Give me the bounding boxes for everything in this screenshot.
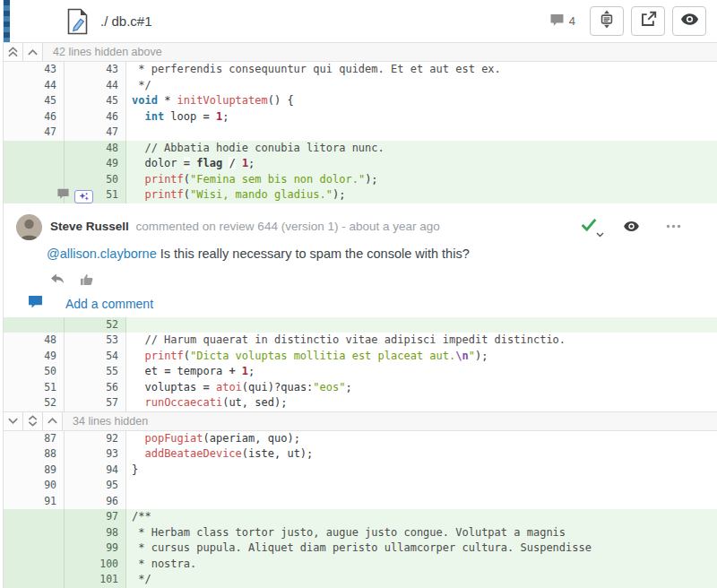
ai-sparkle-badge[interactable] (74, 190, 93, 203)
add-comment-label: Add a comment (65, 297, 153, 311)
left-line-number[interactable]: 44 (4, 78, 65, 94)
left-line-number[interactable] (4, 509, 65, 525)
hidden-lines-bar: 34 lines hidden (4, 411, 717, 431)
code-row: 5055 et = tempora + 1; (4, 364, 717, 380)
hidden-lines-label: 42 lines hidden above (43, 46, 162, 58)
right-line-number[interactable]: 46 (65, 109, 126, 125)
left-line-number[interactable] (4, 572, 65, 588)
more-options-button[interactable] (666, 224, 681, 229)
right-line-number[interactable]: 57 (65, 395, 126, 411)
code-row: 5257 runOccaecati(ut, sed); (4, 395, 717, 411)
toggle-visibility-button[interactable] (672, 6, 706, 36)
left-line-number[interactable]: 87 (4, 431, 65, 447)
right-line-number[interactable]: 98 (65, 525, 126, 541)
code-line: runOccaecati(ut, sed); (126, 395, 717, 411)
right-line-number[interactable]: 45 (65, 93, 126, 109)
hidden-lines-bar: 42 lines hidden above (4, 42, 717, 62)
code-row: 4747 (4, 125, 717, 141)
chevron-down-expand-button[interactable] (4, 412, 23, 430)
code-row: 50 printf("Femina sem bis non dolor."); (4, 172, 717, 188)
right-line-number[interactable]: 100 (65, 557, 126, 573)
right-line-number[interactable]: 99 (65, 540, 126, 557)
left-line-number[interactable]: 88 (4, 446, 65, 463)
avatar[interactable] (16, 214, 42, 240)
chevron-up-expand-button[interactable] (23, 43, 43, 61)
right-line-number[interactable]: 92 (65, 431, 126, 447)
right-line-number[interactable]: 96 (65, 494, 126, 510)
comment-text: Is this really necessary to spam the con… (157, 246, 470, 261)
code-row: 5156 voluptas = atoi(qui)?quas:"eos"; (4, 380, 717, 396)
code-row: 98 * Herbam class tortor justo, augue ju… (4, 525, 717, 541)
comment-visibility-button[interactable] (623, 220, 640, 232)
left-line-number[interactable] (4, 525, 65, 541)
code-line: popFugiat(aperiam, quo); (126, 431, 717, 447)
left-line-number[interactable] (4, 141, 65, 157)
left-line-number[interactable]: 52 (4, 395, 65, 411)
right-line-number[interactable]: 101 (65, 572, 126, 588)
code-row: 101 */ (4, 572, 717, 588)
code-line: * nostra. (126, 557, 717, 573)
add-comment-button[interactable]: Add a comment (27, 297, 704, 312)
right-line-number[interactable]: 95 (65, 478, 126, 494)
right-line-number[interactable]: 93 (65, 446, 126, 463)
reply-button[interactable] (50, 273, 65, 285)
left-line-number[interactable]: 47 (4, 125, 65, 141)
left-line-number[interactable]: 45 (4, 93, 65, 109)
code-row: 4954 printf("Dicta voluptas mollitia est… (4, 349, 717, 365)
chevron-up-expand-button[interactable] (43, 412, 63, 430)
left-line-number[interactable]: 91 (4, 494, 65, 510)
file-comment-count[interactable]: 4 (549, 13, 575, 30)
left-line-number[interactable]: 51 (4, 380, 65, 396)
code-line: */ (126, 572, 717, 588)
expand-collapse-file-button[interactable] (590, 6, 624, 36)
double-chevron-up-expand-button[interactable] (4, 43, 23, 61)
open-in-new-window-button[interactable] (631, 6, 665, 36)
right-line-number[interactable]: 50 (65, 172, 126, 188)
code-line: int loop = 1; (126, 109, 717, 125)
left-line-number[interactable] (4, 540, 65, 557)
left-line-number[interactable] (4, 317, 65, 333)
expand-both-expand-button[interactable] (23, 412, 43, 430)
left-line-number[interactable] (4, 156, 65, 172)
left-line-number[interactable] (4, 172, 65, 188)
eye-icon (680, 13, 699, 30)
code-line: et = tempora + 1; (126, 364, 717, 380)
code-row: 8792 popFugiat(aperiam, quo); (4, 431, 717, 447)
comment-author: Steve Russell (50, 220, 129, 233)
left-line-number[interactable] (4, 557, 65, 573)
code-row: 9095 (4, 478, 717, 494)
right-line-number[interactable]: 52 (65, 317, 126, 333)
code-row: 9196 (4, 494, 717, 510)
thumbs-up-button[interactable] (80, 272, 94, 286)
code-line: printf("Dicta voluptas mollitia est plac… (126, 349, 717, 365)
right-line-number[interactable]: 53 (65, 333, 126, 349)
right-line-number[interactable]: 43 (65, 62, 126, 78)
resolve-dropdown[interactable] (581, 218, 597, 235)
diff-file-widget: ./ db.c#1 4 (3, 0, 717, 588)
left-line-number[interactable]: 48 (4, 333, 65, 349)
left-line-number[interactable]: 43 (4, 62, 65, 78)
left-line-number[interactable]: 46 (4, 109, 65, 125)
file-header-actions: 4 (549, 6, 717, 36)
left-line-number[interactable]: 89 (4, 463, 65, 479)
right-line-number[interactable]: 94 (65, 463, 126, 479)
line-comment-flag-icon[interactable] (56, 188, 70, 205)
code-line: printf("Femina sem bis non dolor."); (126, 172, 717, 188)
right-line-number[interactable]: 44 (65, 78, 126, 94)
right-line-number[interactable]: 56 (65, 380, 126, 396)
code-line: voluptas = atoi(qui)?quas:"eos"; (126, 380, 717, 396)
right-line-number[interactable]: 49 (65, 156, 126, 172)
comment-header-actions (581, 214, 704, 235)
right-line-number[interactable]: 54 (65, 349, 126, 365)
left-line-number[interactable]: 49 (4, 349, 65, 365)
mention-link[interactable]: @allison.clayborne (47, 246, 157, 261)
right-line-number[interactable]: 48 (65, 141, 126, 157)
right-line-number[interactable]: 55 (65, 364, 126, 380)
external-link-icon (640, 11, 657, 31)
right-line-number[interactable]: 97 (65, 509, 126, 525)
left-line-number[interactable] (4, 187, 65, 203)
left-line-number[interactable]: 50 (4, 364, 65, 380)
left-line-number[interactable]: 90 (4, 478, 65, 494)
right-line-number[interactable]: 47 (65, 125, 126, 141)
code-line: */ (126, 78, 717, 94)
